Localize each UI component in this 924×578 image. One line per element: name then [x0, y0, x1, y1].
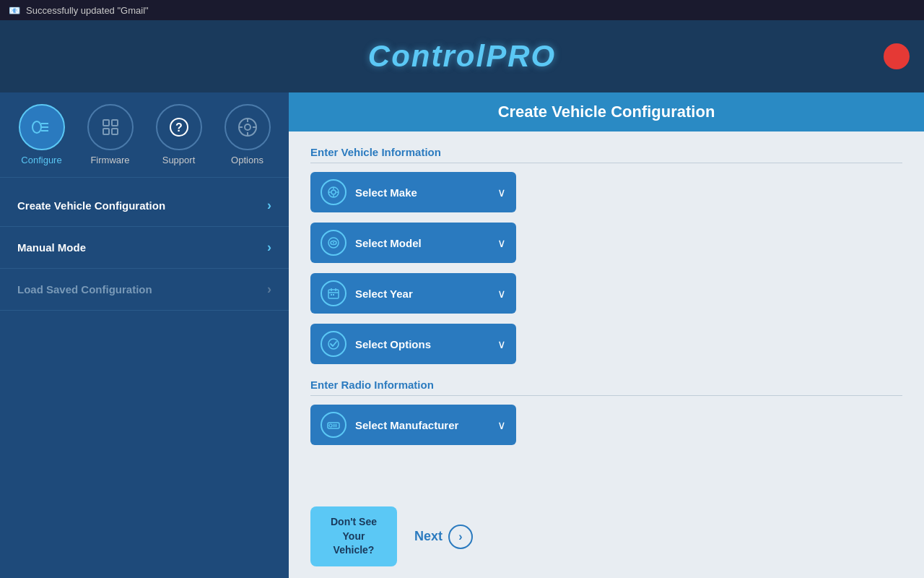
- vehicle-section-label: Enter Vehicle Information: [310, 146, 902, 163]
- svg-rect-4: [103, 120, 109, 126]
- configure-icon-circle: [19, 104, 65, 150]
- select-year-label: Select Year: [355, 288, 489, 300]
- menu-item-load-saved[interactable]: Load Saved Configuration ›: [0, 269, 289, 311]
- svg-rect-6: [103, 129, 109, 134]
- content-title: Create Vehicle Configuration: [289, 92, 924, 131]
- svg-rect-5: [112, 120, 118, 126]
- svg-rect-7: [112, 129, 118, 134]
- radio-section-label: Enter Radio Information: [310, 379, 902, 396]
- main-layout: Configure Firmware ?: [0, 92, 924, 578]
- next-label: Next: [414, 529, 443, 544]
- next-button[interactable]: Next ›: [414, 525, 473, 549]
- svg-point-0: [32, 121, 41, 133]
- firmware-icon-circle: [87, 104, 134, 150]
- load-saved-label: Load Saved Configuration: [17, 283, 152, 296]
- select-model-label: Select Model: [355, 237, 489, 249]
- svg-point-17: [331, 190, 336, 194]
- support-icon-circle: ?: [156, 104, 202, 150]
- make-icon: [321, 179, 346, 205]
- select-manufacturer-dropdown[interactable]: Select Manufacturer ∨: [310, 405, 516, 445]
- support-label: Support: [162, 155, 196, 165]
- app-header: ControlPRO: [0, 20, 924, 92]
- sidebar-item-firmware[interactable]: Firmware: [82, 104, 139, 165]
- select-make-dropdown[interactable]: Select Make ∨: [310, 172, 516, 212]
- model-chevron-icon: ∨: [497, 236, 506, 250]
- dont-see-vehicle-button[interactable]: Don't SeeYour Vehicle?: [310, 506, 397, 566]
- options-chevron-icon: ∨: [497, 337, 506, 351]
- options-icon-circle: [225, 104, 271, 150]
- options-label: Options: [231, 155, 263, 165]
- content-body: Enter Vehicle Information Select Make ∨: [289, 131, 924, 495]
- svg-point-24: [333, 242, 334, 243]
- chevron-right-icon: ›: [267, 198, 271, 213]
- email-icon: 📧: [9, 5, 20, 16]
- firmware-label: Firmware: [90, 155, 129, 165]
- content-footer: Don't SeeYour Vehicle? Next ›: [289, 495, 924, 578]
- next-circle-icon: ›: [448, 525, 473, 549]
- select-manufacturer-label: Select Manufacturer: [355, 419, 489, 431]
- svg-point-11: [245, 124, 250, 130]
- menu-item-create-vehicle[interactable]: Create Vehicle Configuration ›: [0, 185, 289, 227]
- manufacturer-icon: [321, 412, 346, 438]
- content-area: Create Vehicle Configuration Enter Vehic…: [289, 92, 924, 578]
- svg-text:?: ?: [175, 121, 183, 134]
- year-icon: [321, 280, 346, 306]
- status-dot: [884, 43, 910, 69]
- model-icon: [321, 230, 346, 256]
- app-title: ControlPRO: [368, 39, 556, 74]
- manufacturer-chevron-icon: ∨: [497, 418, 506, 432]
- svg-rect-33: [329, 424, 332, 427]
- make-chevron-icon: ∨: [497, 186, 506, 199]
- sidebar-menu: Create Vehicle Configuration › Manual Mo…: [0, 178, 289, 318]
- select-model-dropdown[interactable]: Select Model ∨: [310, 223, 516, 263]
- manual-mode-label: Manual Mode: [17, 241, 86, 254]
- notification-bar: 📧 Successfully updated "Gmail": [0, 0, 924, 20]
- svg-rect-30: [333, 294, 334, 296]
- select-options-dropdown[interactable]: Select Options ∨: [310, 324, 516, 364]
- sidebar-item-support[interactable]: ? Support: [150, 104, 208, 165]
- menu-item-manual-mode[interactable]: Manual Mode ›: [0, 227, 289, 269]
- select-make-label: Select Make: [355, 186, 489, 199]
- sidebar: Configure Firmware ?: [0, 92, 289, 578]
- sidebar-item-options[interactable]: Options: [219, 104, 276, 165]
- notification-message: Successfully updated "Gmail": [26, 5, 149, 16]
- select-options-label: Select Options: [355, 338, 489, 350]
- configure-label: Configure: [21, 155, 61, 165]
- year-chevron-icon: ∨: [497, 287, 506, 301]
- sidebar-item-configure[interactable]: Configure: [13, 104, 71, 165]
- chevron-right-icon-2: ›: [267, 240, 271, 255]
- create-vehicle-label: Create Vehicle Configuration: [17, 199, 165, 212]
- svg-rect-29: [331, 294, 332, 296]
- nav-icons: Configure Firmware ?: [0, 92, 289, 178]
- chevron-right-icon-3: ›: [267, 282, 271, 297]
- options-icon: [321, 331, 346, 357]
- select-year-dropdown[interactable]: Select Year ∨: [310, 273, 516, 314]
